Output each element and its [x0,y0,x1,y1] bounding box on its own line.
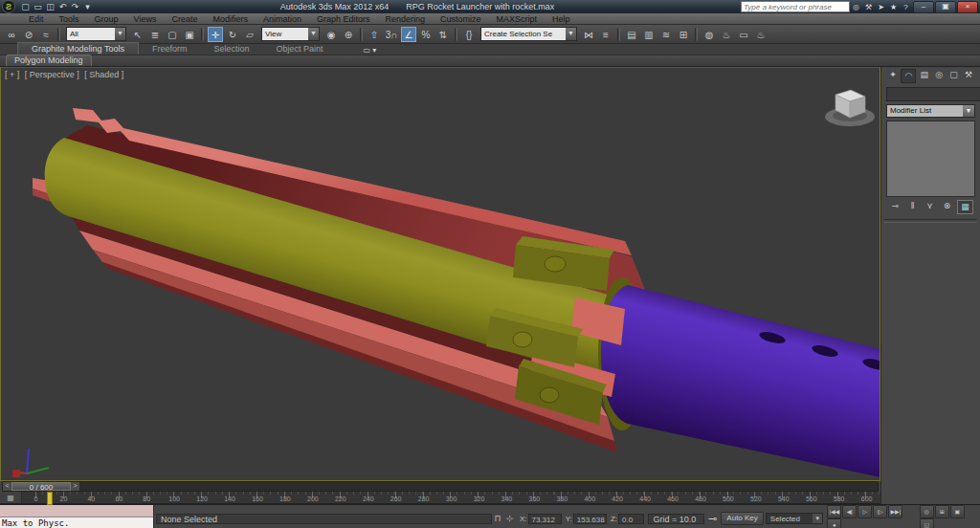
reference-coordinate-dropdown[interactable]: View▼ [261,27,320,41]
display-tab-icon[interactable]: ▢ [947,69,961,81]
tab-graphite-modeling-tools[interactable]: Graphite Modeling Tools [17,42,139,55]
perspective-viewport[interactable]: [ + ] [ Perspective ] [ Shaded ] [0,67,880,481]
tab-selection[interactable]: Selection [200,43,262,55]
track-bar-ruler[interactable]: 0204060801001201401601802002202402602803… [22,492,880,503]
mirror-icon[interactable]: ⋈ [581,27,596,42]
mini-curve-editor-button[interactable]: ▦ [0,492,22,503]
search-icon[interactable]: ◎ [850,3,862,11]
ribbon-minimize-button[interactable]: ▭ ▾ [363,46,376,55]
menu-item[interactable]: MAXScript [489,14,546,24]
menu-item[interactable]: Create [164,14,205,24]
rendered-frame-window-icon[interactable]: ▭ [736,27,751,42]
z-coordinate-field[interactable]: 0.0 [618,514,644,524]
modifier-list-dropdown[interactable]: Modifier List ▼ [886,104,975,118]
help-icon[interactable]: ? [900,3,912,11]
time-slider-track[interactable]: < 0 / 600 > [2,481,879,492]
select-by-name-icon[interactable]: ≣ [147,27,163,42]
snaps-toggle-icon[interactable]: 3∩ [384,27,399,42]
modify-tab-icon[interactable]: ◠ [901,69,916,83]
favorites-star-icon[interactable]: ★ [887,3,900,11]
viewport-general-menu[interactable]: [ + ] [5,70,19,79]
show-end-result-icon[interactable]: ‖ [905,200,920,212]
hierarchy-tab-icon[interactable]: ▤ [918,69,931,81]
angle-snap-toggle-icon[interactable]: ∠ [401,27,416,42]
remove-modifier-icon[interactable]: ⊗ [940,200,954,212]
configure-modifier-sets-icon[interactable]: ▦ [957,200,973,214]
viewport-canvas[interactable] [1,68,880,480]
minimize-button[interactable]: – [913,1,934,13]
select-object-icon[interactable]: ↖ [130,27,145,42]
viewcube[interactable] [825,90,875,126]
graphite-ribbon-toggle-icon[interactable]: ▥ [641,27,657,42]
pin-stack-icon[interactable]: ⊸ [888,200,902,212]
menu-item[interactable]: Modifiers [205,14,256,24]
layer-manager-icon[interactable]: ▤ [624,27,639,42]
spinner-snap-toggle-icon[interactable]: ⇅ [435,27,451,42]
undo-icon[interactable]: ↶ [56,2,69,11]
viewport-pov-menu[interactable]: [ Perspective ] [25,70,79,79]
select-and-rotate-icon[interactable]: ↻ [225,27,240,42]
motion-tab-icon[interactable]: ◎ [932,69,946,81]
schematic-view-icon[interactable]: ⊞ [676,27,691,42]
bind-to-space-warp-icon[interactable]: ≈ [38,27,54,42]
zoom-extents-all-icon[interactable]: ◱ [920,518,934,528]
key-mode-dropdown[interactable]: Selected▼ [766,513,824,524]
zoom-all-icon[interactable]: ⊞ [935,505,949,518]
viewport-shading-menu[interactable]: [ Shaded ] [84,70,123,79]
menu-item[interactable]: Animation [256,14,309,24]
keyboard-shortcut-override-icon[interactable]: ⇧ [367,27,382,42]
menu-item[interactable]: Tools [52,14,87,24]
utilities-tab-icon[interactable]: ⚒ [962,69,975,81]
redo-icon[interactable]: ↷ [69,2,81,11]
zoom-icon[interactable]: ◎ [920,505,934,518]
communication-center-icon[interactable]: ➤ [875,3,887,11]
use-pivot-point-icon[interactable]: ◉ [323,27,339,42]
wrench-icon[interactable]: ⚒ [862,3,875,11]
menu-item[interactable]: Customize [433,14,489,24]
polygon-modeling-panel-tab[interactable]: Polygon Modeling [6,55,92,66]
time-slider-handle[interactable]: 0 / 600 [11,482,71,491]
y-coordinate-field[interactable]: 153.638 [573,514,607,524]
auto-key-button[interactable]: Auto Key [721,512,763,525]
menu-item[interactable]: Group [87,14,126,24]
x-coordinate-field[interactable]: 73.312 [528,514,562,524]
open-file-icon[interactable]: ▭ [32,2,44,11]
unlink-selection-icon[interactable]: ⊘ [21,27,36,42]
save-file-icon[interactable]: ◫ [44,2,56,11]
play-button[interactable]: ▷ [858,505,872,518]
listener-macro-row[interactable] [0,505,153,517]
create-tab-icon[interactable]: ✦ [886,69,900,81]
menu-item[interactable]: Graph Editors [309,14,378,24]
menu-item[interactable]: Help [545,14,578,24]
absolute-offset-mode-icon[interactable]: ⊹ [503,514,516,523]
previous-frame-button[interactable]: ◀| [842,505,857,518]
rectangular-selection-region-icon[interactable]: ▢ [165,27,180,42]
3ds-max-logo[interactable]: Ƨ [2,0,15,13]
render-production-icon[interactable]: ♨ [753,27,768,42]
next-frame-button[interactable]: |▷ [873,505,887,518]
go-to-end-button[interactable]: ▶▶| [888,505,902,518]
object-name-field[interactable] [886,87,980,101]
workspace-dropdown-icon[interactable]: ▾ [81,2,94,11]
select-and-manipulate-icon[interactable]: ⊕ [341,27,356,42]
maxscript-mini-listener[interactable]: Max to Physc. [0,505,154,528]
zoom-extents-icon[interactable]: ▣ [950,505,965,518]
model-rear-tube-purple[interactable] [601,285,880,477]
selection-lock-icon[interactable]: ⊓ [492,514,504,523]
select-and-move-icon[interactable]: ✛ [208,27,223,42]
menu-item[interactable]: Edit [21,14,52,24]
go-to-start-button[interactable]: |◀◀ [827,505,841,518]
close-button[interactable]: × [957,1,978,13]
window-crossing-icon[interactable]: ▣ [182,27,197,42]
curve-editor-icon[interactable]: ≋ [658,27,674,42]
previous-frame-arrow[interactable]: < [3,482,11,491]
named-selection-sets-dropdown[interactable]: Create Selection Se▼ [480,27,577,41]
make-unique-icon[interactable]: ⋎ [923,200,937,212]
listener-script-row[interactable]: Max to Physc. [0,517,153,528]
select-and-link-icon[interactable]: ∞ [4,27,19,42]
menu-item[interactable]: Rendering [378,14,434,24]
menu-item[interactable]: Views [126,14,165,24]
render-setup-icon[interactable]: ♨ [719,27,734,42]
tab-freeform[interactable]: Freeform [139,43,201,55]
time-slider[interactable]: < 0 / 600 > [0,481,880,492]
